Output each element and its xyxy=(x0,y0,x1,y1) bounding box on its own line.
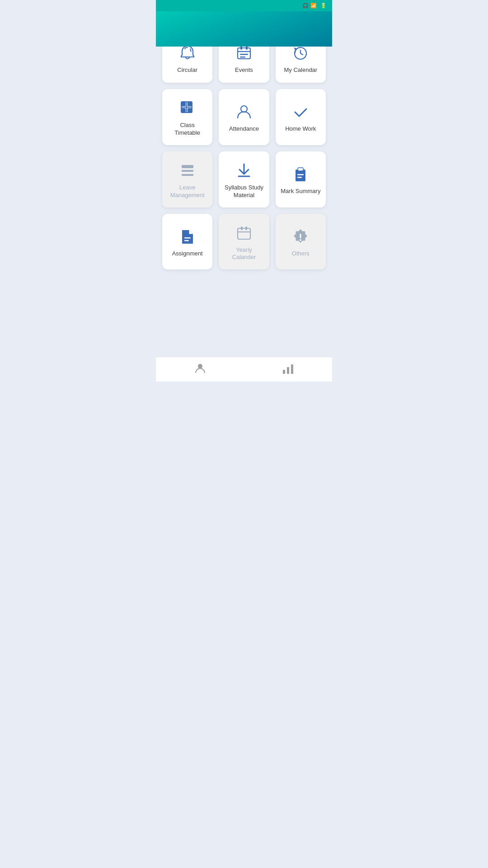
my-calendar-label: My Calendar xyxy=(284,66,317,74)
attendance-label: Attendance xyxy=(229,125,259,133)
signal-icon: 📶 xyxy=(310,3,317,9)
svg-rect-14 xyxy=(182,165,193,168)
yearly-calander-label: Yearly Calander xyxy=(223,246,264,262)
mark-summary-label: Mark Summary xyxy=(281,188,320,195)
svg-point-13 xyxy=(241,106,247,112)
svg-rect-30 xyxy=(283,370,285,374)
status-icons: 🎧 📶 🔋 xyxy=(300,3,327,9)
grid-icon xyxy=(178,99,197,117)
svg-point-29 xyxy=(198,364,202,368)
menu-item-home-work[interactable]: Home Work xyxy=(276,89,326,145)
headphone-icon: 🎧 xyxy=(302,3,309,9)
svg-rect-25 xyxy=(241,226,243,230)
svg-rect-6 xyxy=(181,102,186,106)
menu-item-others: Others xyxy=(276,214,326,270)
svg-rect-8 xyxy=(181,108,186,113)
menu-item-yearly-calander: Yearly Calander xyxy=(219,214,269,270)
menu-item-leave-management: Leave Management xyxy=(162,151,212,208)
home-nav-button[interactable] xyxy=(193,362,207,375)
svg-rect-22 xyxy=(184,237,191,239)
battery-icon: 🔋 xyxy=(320,3,327,9)
document-icon xyxy=(178,227,197,245)
svg-rect-18 xyxy=(296,170,305,181)
person-icon xyxy=(235,103,253,121)
events-label: Events xyxy=(235,66,253,74)
svg-rect-20 xyxy=(297,174,304,175)
svg-rect-26 xyxy=(245,226,247,230)
svg-rect-27 xyxy=(300,234,301,238)
checkmark-icon xyxy=(291,103,310,121)
home-work-label: Home Work xyxy=(285,125,316,133)
status-bar: 🎧 📶 🔋 xyxy=(156,0,332,11)
assignment-label: Assignment xyxy=(172,250,203,258)
svg-rect-23 xyxy=(184,240,189,241)
circular-label: Circular xyxy=(177,66,197,74)
svg-rect-32 xyxy=(291,364,293,374)
menu-item-mark-summary[interactable]: Mark Summary xyxy=(276,151,326,208)
svg-rect-24 xyxy=(238,228,250,239)
menu-item-assignment[interactable]: Assignment xyxy=(162,214,212,270)
download-icon xyxy=(235,161,253,179)
svg-rect-9 xyxy=(188,108,192,113)
exclamation-badge-icon xyxy=(291,227,310,245)
menu-item-attendance[interactable]: Attendance xyxy=(219,89,269,145)
lines-icon xyxy=(178,161,197,179)
class-timetable-label: Class Timetable xyxy=(167,122,208,137)
svg-rect-4 xyxy=(240,57,245,58)
header xyxy=(156,11,332,47)
menu-grid-wrapper: Circular Events My Calendar Class Timeta… xyxy=(156,33,332,357)
bottom-nav xyxy=(156,357,332,382)
svg-point-28 xyxy=(300,239,301,241)
clipboard-icon xyxy=(291,165,310,183)
svg-rect-16 xyxy=(182,174,193,176)
svg-rect-19 xyxy=(298,168,303,171)
others-label: Others xyxy=(292,250,310,258)
menu-grid: Circular Events My Calendar Class Timeta… xyxy=(162,33,326,269)
svg-rect-7 xyxy=(188,102,192,106)
svg-rect-15 xyxy=(182,170,193,172)
svg-rect-31 xyxy=(287,367,289,374)
leave-management-label: Leave Management xyxy=(167,184,208,199)
calendar-icon xyxy=(235,224,253,242)
menu-item-syllabus-study-material[interactable]: Syllabus Study Material xyxy=(219,151,269,208)
svg-rect-21 xyxy=(297,177,302,178)
svg-rect-3 xyxy=(240,54,248,55)
syllabus-study-material-label: Syllabus Study Material xyxy=(223,184,264,199)
stats-nav-button[interactable] xyxy=(282,362,295,375)
menu-item-class-timetable[interactable]: Class Timetable xyxy=(162,89,212,145)
